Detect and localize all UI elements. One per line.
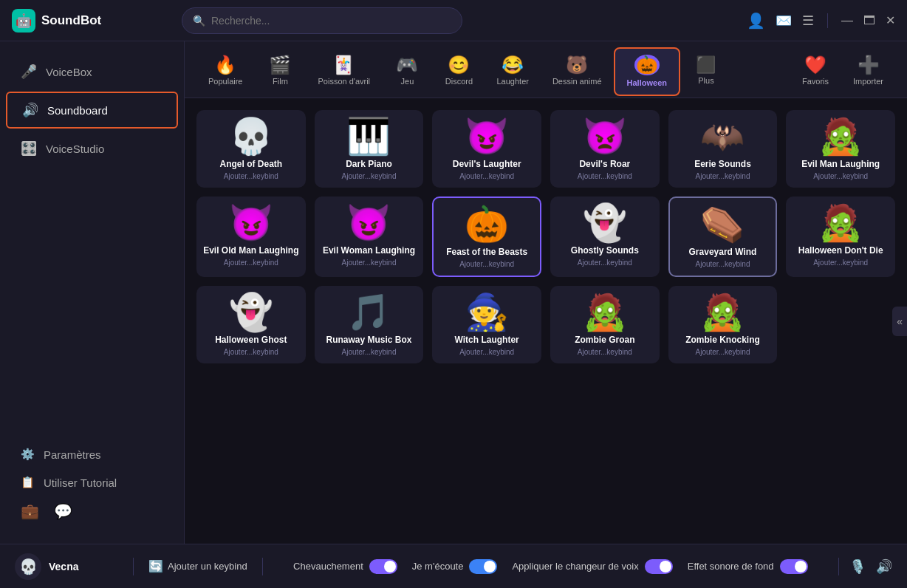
sound-card-zombie-knocking[interactable]: 🧟Zombie KnockingAjouter...keybind [668, 286, 778, 363]
sound-card-angel-of-death[interactable]: 💀Angel of DeathAjouter...keybind [196, 110, 306, 188]
tab-dessin[interactable]: 🐻 Dessin animé [541, 50, 614, 95]
je-mecoute-toggle[interactable] [469, 559, 497, 574]
divider3 [838, 558, 839, 575]
tab-label-plus: Plus [698, 76, 713, 85]
keybind-icon: 🔄 [148, 559, 163, 573]
sound-card-feast-beasts[interactable]: 🎃Feast of the BeastsAjouter...keybind [432, 196, 541, 277]
tab-plus[interactable]: ⬛ Plus [680, 51, 732, 94]
tab-label-jeu: Jeu [401, 77, 414, 86]
sound-add-evil-man-laughing[interactable]: Ajouter...keybind [813, 172, 868, 180]
sound-icon-evil-old-man: 😈 [229, 205, 273, 241]
sound-add-zombie-groan[interactable]: Ajouter...keybind [578, 348, 632, 356]
maximize-icon[interactable]: 🗖 [863, 14, 875, 27]
sound-add-witch-laughter[interactable]: Ajouter...keybind [459, 348, 514, 356]
search-input[interactable] [211, 15, 451, 27]
tab-label-favoris: Favoris [802, 77, 829, 86]
sound-add-zombie-knocking[interactable]: Ajouter...keybind [696, 348, 750, 356]
halloween-icon: 🎃 [634, 55, 660, 75]
close-icon[interactable]: ✕ [886, 13, 895, 27]
bottom-bar: 💀 Vecna 🔄 Ajouter un keybind Chevaucheme… [0, 544, 907, 588]
chevauchement-label: Chevauchement [293, 561, 363, 572]
appliquer-toggle[interactable] [645, 559, 673, 574]
sound-add-feast-beasts[interactable]: Ajouter...keybind [459, 260, 514, 268]
minimize-icon[interactable]: — [841, 14, 853, 27]
sound-card-eerie-sounds[interactable]: 🦇Eerie SoundsAjouter...keybind [668, 110, 778, 188]
sound-add-evil-old-man[interactable]: Ajouter...keybind [224, 259, 278, 267]
sound-add-devils-roar[interactable]: Ajouter...keybind [578, 172, 632, 180]
sound-card-devils-roar[interactable]: 👿Devil's RoarAjouter...keybind [550, 110, 660, 188]
divider [827, 13, 828, 28]
sound-icon-graveyard-wind: ⚰️ [700, 207, 745, 242]
sound-card-runaway-music-box[interactable]: 🎵Runaway Music BoxAjouter...keybind [315, 286, 424, 363]
mic-icon[interactable]: 🎙️ [849, 558, 866, 575]
menu-icon[interactable]: ☰ [802, 13, 814, 29]
sound-card-evil-old-man[interactable]: 😈Evil Old Man LaughingAjouter...keybind [196, 196, 306, 277]
sidebar-label-voicebox: VoiceBox [46, 66, 92, 78]
avatar: 💀 [15, 553, 41, 580]
sound-card-dark-piano[interactable]: 🎹Dark PianoAjouter...keybind [315, 110, 424, 188]
volume-icon[interactable]: 🔊 [876, 558, 892, 575]
sound-name-witch-laughter: Witch Laughter [455, 335, 519, 345]
sound-card-devils-laughter[interactable]: 😈Devil's LaughterAjouter...keybind [432, 110, 541, 188]
sound-card-graveyard-wind[interactable]: ⚰️Graveyard WindAjouter...keybind [668, 196, 778, 277]
sound-card-zombie-groan[interactable]: 🧟Zombie GroanAjouter...keybind [550, 286, 660, 363]
parametres-icon: ⚙️ [21, 448, 35, 461]
sound-add-halloween-ghost[interactable]: Ajouter...keybind [224, 348, 278, 356]
keybind-button[interactable]: 🔄 Ajouter un keybind [148, 559, 247, 573]
sound-name-evil-woman: Evil Woman Laughing [323, 245, 415, 256]
user-area: 💀 Vecna [15, 553, 118, 580]
briefcase-icon[interactable]: 💼 [21, 502, 39, 520]
tab-label-populaire: Populaire [208, 77, 242, 86]
sound-name-zombie-groan: Zombie Groan [575, 335, 634, 345]
tab-halloween[interactable]: 🎃 Halloween [614, 47, 680, 96]
tab-populaire[interactable]: 🔥 Populaire [196, 50, 254, 95]
sound-add-devils-laughter[interactable]: Ajouter...keybind [459, 172, 514, 180]
sound-card-evil-man-laughing[interactable]: 🧟Evil Man LaughingAjouter...keybind [786, 110, 895, 188]
titlebar-actions: 👤 ✉️ ☰ — 🗖 ✕ [747, 12, 895, 30]
voicebox-icon: 🎤 [21, 64, 37, 80]
sound-card-witch-laughter[interactable]: 🧙Witch LaughterAjouter...keybind [432, 286, 541, 363]
sound-card-halloween-dont-die[interactable]: 🧟Halloween Don't DieAjouter...keybind [786, 196, 895, 277]
search-icon: 🔍 [193, 15, 205, 27]
tab-laughter[interactable]: 😂 Laughter [485, 50, 540, 95]
tab-discord[interactable]: 😊 Discord [433, 50, 485, 95]
effet-toggle[interactable] [780, 559, 808, 574]
sound-card-evil-woman[interactable]: 😈Evil Woman LaughingAjouter...keybind [315, 196, 424, 277]
search-bar[interactable]: 🔍 [182, 7, 462, 34]
sidebar-item-parametres[interactable]: ⚙️ Paramètres [6, 440, 178, 468]
je-mecoute-control: Je m'écoute [412, 559, 498, 574]
sound-add-angel-of-death[interactable]: Ajouter...keybind [224, 172, 278, 180]
sidebar-item-tutorial[interactable]: 📋 Utiliser Tutorial [6, 468, 178, 496]
chevauchement-toggle[interactable] [369, 559, 397, 574]
tab-film[interactable]: 🎬 Film [254, 50, 306, 95]
tab-importer[interactable]: ➕ Importer [841, 50, 895, 95]
tab-poisson[interactable]: 🃏 Poisson d'avril [306, 50, 381, 95]
sound-name-runaway-music-box: Runaway Music Box [326, 335, 411, 345]
laughter-icon: 😂 [502, 56, 524, 74]
tab-favoris[interactable]: ❤️ Favoris [790, 50, 841, 95]
jeu-icon: 🎮 [396, 56, 418, 74]
sound-add-halloween-dont-die[interactable]: Ajouter...keybind [813, 259, 868, 267]
collapse-button[interactable]: « [892, 307, 907, 336]
user-name: Vecna [49, 561, 78, 572]
sidebar-bottom-icons: 💼 💬 [6, 496, 178, 526]
sound-card-ghostly-sounds[interactable]: 👻Ghostly SoundsAjouter...keybind [550, 196, 660, 277]
sound-card-halloween-ghost[interactable]: 👻Halloween GhostAjouter...keybind [196, 286, 306, 363]
tab-jeu[interactable]: 🎮 Jeu [381, 50, 433, 95]
sound-add-evil-woman[interactable]: Ajouter...keybind [342, 259, 397, 267]
sidebar-item-voicebox[interactable]: 🎤 VoiceBox [6, 55, 178, 89]
chevauchement-control: Chevauchement [293, 559, 397, 574]
sidebar-item-soundboard[interactable]: 🔊 Soundboard [6, 92, 178, 129]
sound-add-ghostly-sounds[interactable]: Ajouter...keybind [578, 259, 632, 267]
sidebar-item-voicestudio[interactable]: 🎛️ VoiceStudio [6, 131, 178, 165]
sound-icon-dark-piano: 🎹 [346, 119, 391, 154]
sound-icon-zombie-knocking: 🧟 [700, 295, 745, 330]
sound-add-runaway-music-box[interactable]: Ajouter...keybind [342, 348, 397, 356]
sound-add-graveyard-wind[interactable]: Ajouter...keybind [696, 260, 750, 268]
profile-icon[interactable]: 👤 [747, 12, 765, 30]
sound-add-eerie-sounds[interactable]: Ajouter...keybind [696, 172, 750, 180]
chat-icon[interactable]: 💬 [54, 502, 72, 520]
mail-icon[interactable]: ✉️ [776, 13, 792, 29]
sound-add-dark-piano[interactable]: Ajouter...keybind [342, 172, 397, 180]
sound-icon-eerie-sounds: 🦇 [700, 119, 745, 154]
